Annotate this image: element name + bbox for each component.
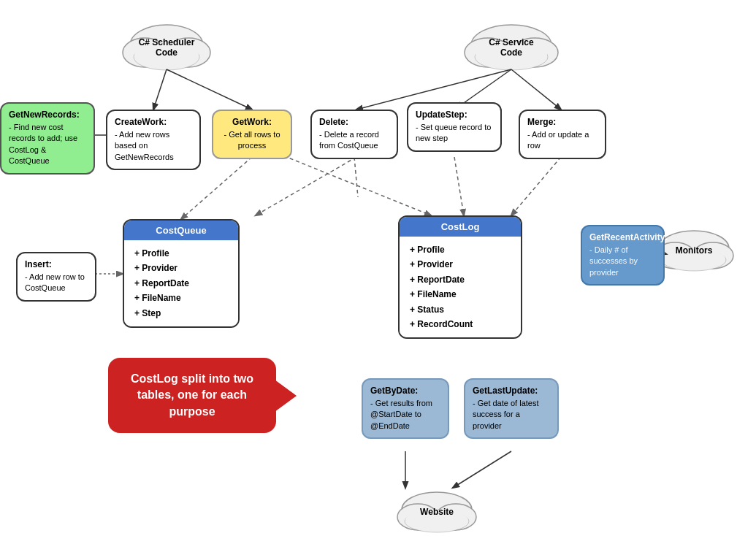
svg-text:Monitors: Monitors	[676, 245, 713, 256]
svg-text:Website: Website	[420, 507, 454, 517]
costlog-field-4: + FileName	[410, 287, 511, 302]
costqueue-field-1: + Profile	[134, 246, 228, 261]
box-creatework: CreateWork: - Add new rows based on GetN…	[106, 110, 201, 170]
box-insert: Insert: - Add new row to CostQueue	[16, 252, 96, 302]
costqueue-field-2: + Provider	[134, 261, 228, 275]
getnewrecords-content: - Find new cost records to add; use Cost…	[9, 122, 86, 167]
svg-point-10	[475, 44, 548, 70]
box-getrecentactivity: GetRecentActivity: - Daily # of successe…	[581, 225, 665, 286]
getwork-content: - Get all rows to process	[221, 129, 283, 152]
insert-title: Insert:	[25, 259, 88, 269]
creatework-content: - Add new rows based on GetNewRecords	[115, 129, 192, 163]
svg-line-34	[256, 157, 356, 215]
getbydate-content: - Get results from @StartDate to @EndDat…	[370, 398, 440, 432]
svg-point-11	[476, 42, 547, 67]
creatework-title: CreateWork:	[115, 117, 192, 127]
svg-line-37	[511, 157, 561, 215]
svg-text:C# Scheduler: C# Scheduler	[139, 37, 195, 47]
costlog-body: + Profile + Provider + ReportDate + File…	[400, 237, 521, 337]
merge-content: - Add or update a row	[527, 129, 597, 152]
costqueue-field-4: + FileName	[134, 291, 228, 305]
costlog-field-1: + Profile	[410, 242, 511, 257]
costqueue-header: CostQueue	[124, 221, 238, 240]
svg-text:Code: Code	[156, 47, 177, 58]
svg-point-0	[130, 25, 203, 66]
getlastupdate-content: - Get date of latest success for a provi…	[473, 398, 550, 432]
svg-point-14	[659, 231, 729, 266]
svg-line-35	[278, 153, 431, 215]
getrecentactivity-content: - Daily # of successes by provider	[589, 245, 656, 278]
costqueue-field-5: + Step	[134, 306, 228, 321]
svg-point-1	[123, 38, 167, 67]
svg-point-3	[134, 44, 199, 70]
getnewrecords-title: GetNewRecords:	[9, 110, 86, 120]
getrecentactivity-title: GetRecentActivity:	[589, 232, 656, 242]
svg-point-18	[663, 248, 725, 269]
costqueue-body: + Profile + Provider + ReportDate + File…	[124, 240, 238, 326]
box-updatestep: UpdateStep: - Set queue record to new st…	[407, 102, 502, 152]
getbydate-title: GetByDate:	[370, 386, 440, 396]
delete-content: - Delete a record from CostQueue	[319, 129, 389, 152]
box-getnewrecords: GetNewRecords: - Find new cost records t…	[0, 102, 95, 175]
svg-point-21	[397, 504, 438, 530]
svg-point-17	[662, 249, 726, 271]
svg-line-41	[453, 451, 511, 488]
getlastupdate-title: GetLastUpdate:	[473, 386, 550, 396]
box-getwork: GetWork: - Get all rows to process	[212, 110, 292, 159]
box-delete: Delete: - Delete a record from CostQueue	[310, 110, 398, 159]
svg-point-9	[511, 38, 558, 67]
diagram-container: C# Scheduler Code C# Service Code Monito…	[0, 0, 756, 544]
svg-point-2	[167, 38, 210, 67]
callout-text: CostLog split into two tables, one for e…	[131, 372, 253, 418]
svg-line-26	[153, 69, 167, 110]
svg-point-7	[471, 25, 551, 66]
insert-content: - Add new row to CostQueue	[25, 272, 88, 294]
delete-title: Delete:	[319, 117, 389, 127]
svg-point-24	[405, 510, 468, 530]
box-getlastupdate: GetLastUpdate: - Get date of latest succ…	[464, 378, 559, 439]
box-getbydate: GetByDate: - Get results from @StartDate…	[362, 378, 449, 439]
svg-point-8	[465, 38, 511, 67]
costlog-field-3: + ReportDate	[410, 272, 511, 287]
costqueue-field-3: + ReportDate	[134, 276, 228, 291]
svg-point-23	[405, 510, 469, 532]
svg-line-36	[454, 157, 464, 215]
callout-split: CostLog split into two tables, one for e…	[108, 358, 276, 433]
svg-point-20	[402, 492, 472, 527]
svg-line-29	[511, 69, 561, 110]
svg-text:Code: Code	[500, 47, 522, 58]
svg-line-33	[354, 157, 358, 197]
svg-text:C# Service: C# Service	[489, 37, 534, 47]
svg-point-16	[692, 242, 733, 269]
costlog-field-5: + Status	[410, 302, 511, 317]
costlog-field-6: + RecordCount	[410, 317, 511, 332]
updatestep-title: UpdateStep:	[416, 110, 493, 120]
updatestep-content: - Set queue record to new step	[416, 122, 493, 145]
svg-point-4	[134, 42, 199, 67]
getwork-title: GetWork:	[221, 117, 283, 127]
box-merge: Merge: - Add or update a row	[519, 110, 606, 159]
svg-point-22	[435, 504, 476, 530]
costlog-table: CostLog + Profile + Provider + ReportDat…	[398, 215, 522, 339]
costlog-header: CostLog	[400, 217, 521, 237]
merge-title: Merge:	[527, 117, 597, 127]
svg-line-27	[167, 69, 252, 110]
costqueue-table: CostQueue + Profile + Provider + ReportD…	[123, 219, 240, 328]
costlog-field-2: + Provider	[410, 257, 511, 272]
